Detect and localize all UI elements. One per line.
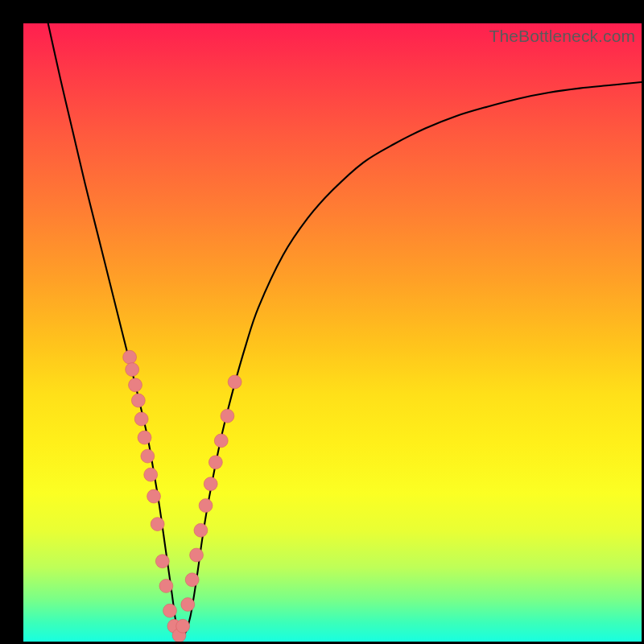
data-marker [155, 555, 169, 568]
data-marker [185, 573, 199, 587]
data-marker [134, 412, 148, 426]
data-marker [194, 523, 208, 537]
data-marker [204, 477, 217, 491]
data-marker [151, 518, 164, 531]
data-marker [138, 431, 151, 444]
data-marker [159, 579, 173, 592]
data-marker [228, 375, 242, 389]
bottleneck-curve [48, 23, 642, 638]
plot-area: TheBottleneck.com [23, 23, 642, 642]
data-marker [131, 394, 145, 407]
data-marker [199, 499, 213, 513]
data-marker [123, 350, 137, 364]
data-marker [181, 597, 195, 611]
data-marker [176, 619, 190, 633]
data-marker [144, 468, 158, 481]
data-marker [129, 378, 142, 392]
data-marker [221, 409, 234, 423]
data-marker [190, 548, 204, 562]
chart-overlay [23, 23, 642, 642]
data-markers [123, 350, 242, 642]
data-marker [214, 434, 228, 448]
data-marker [141, 449, 155, 463]
data-marker [163, 604, 177, 617]
data-marker [147, 489, 161, 503]
data-marker [126, 363, 139, 377]
chart-frame: TheBottleneck.com [0, 0, 644, 644]
data-marker [208, 456, 222, 469]
